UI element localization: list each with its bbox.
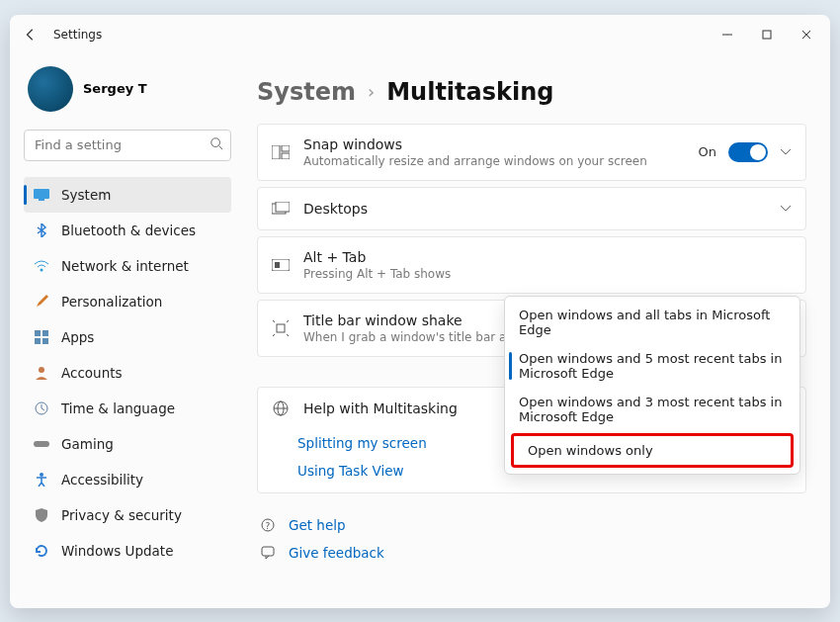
sidebar-item-label: Accounts [61,365,123,381]
maximize-button[interactable] [747,20,787,49]
titlebar: Settings [10,15,830,54]
sidebar-item-label: Apps [61,329,94,345]
chevron-down-icon[interactable] [780,205,792,213]
globe-icon [272,400,290,417]
snap-toggle[interactable] [728,142,768,162]
dropdown-option[interactable]: Open windows and all tabs in Microsoft E… [505,301,799,344]
sidebar-item-bluetooth[interactable]: Bluetooth & devices [24,213,231,248]
sidebar-item-label: Network & internet [61,258,189,274]
svg-rect-9 [35,338,41,344]
person-icon [34,365,49,381]
svg-point-11 [39,367,44,373]
svg-rect-4 [34,189,49,199]
footer-links: ? Get help Give feedback [257,511,806,567]
chevron-down-icon[interactable] [780,148,792,156]
dropdown-option-selected[interactable]: Open windows and 5 most recent tabs in M… [505,344,799,388]
feedback-icon [261,546,277,560]
alttab-dropdown: Open windows and all tabs in Microsoft E… [504,296,800,475]
content: System › Multitasking Snap windows Autom… [245,54,830,608]
settings-window: Settings Sergey T System [10,15,830,608]
svg-rect-1 [763,31,771,39]
alttab-icon [272,256,290,274]
sidebar-item-network[interactable]: Network & internet [24,248,231,284]
wifi-icon [34,258,49,274]
sidebar-item-privacy[interactable]: Privacy & security [24,497,231,533]
svg-rect-16 [282,145,290,151]
profile[interactable]: Sergey T [24,60,231,122]
svg-rect-7 [35,330,41,336]
close-button[interactable] [787,20,826,49]
link-label: Give feedback [289,545,384,561]
svg-rect-17 [282,153,290,159]
sidebar-item-personalization[interactable]: Personalization [24,284,231,319]
snap-windows-row[interactable]: Snap windows Automatically resize and ar… [257,124,806,181]
sidebar-item-time[interactable]: Time & language [24,391,231,426]
row-subtitle: Pressing Alt + Tab shows [303,267,792,281]
link-label: Get help [289,517,346,533]
sidebar-item-accessibility[interactable]: Accessibility [24,462,231,497]
svg-point-6 [41,268,43,271]
profile-name: Sergey T [83,81,147,96]
alt-tab-row[interactable]: Alt + Tab Pressing Alt + Tab shows [257,236,806,294]
update-icon [34,543,49,559]
toggle-state-label: On [699,144,716,159]
accessibility-icon [34,472,49,488]
sidebar: Sergey T System Bluetooth & devices [10,54,245,608]
svg-rect-20 [272,259,290,271]
svg-point-2 [211,137,220,146]
shield-icon [34,507,49,523]
sidebar-item-label: Personalization [61,294,162,310]
svg-point-14 [40,473,43,477]
search-box [24,130,231,161]
help-icon: ? [261,518,277,532]
sidebar-item-label: Privacy & security [61,507,182,523]
back-button[interactable] [14,18,47,51]
gaming-icon [34,436,49,452]
svg-rect-22 [277,324,285,332]
desktops-icon [272,200,290,218]
svg-rect-10 [42,338,48,344]
dropdown-option[interactable]: Open windows and 3 most recent tabs in M… [505,388,799,431]
shake-icon [272,319,290,337]
sidebar-item-update[interactable]: Windows Update [24,533,231,569]
snap-icon [272,143,290,161]
svg-rect-19 [276,202,290,212]
sidebar-item-label: Time & language [61,400,175,416]
sidebar-item-gaming[interactable]: Gaming [24,426,231,462]
row-title: Alt + Tab [303,249,792,265]
svg-line-3 [219,145,223,149]
svg-rect-5 [39,199,44,201]
breadcrumb: System › Multitasking [257,64,806,124]
row-title: Desktops [303,201,766,217]
sidebar-item-label: Windows Update [61,543,173,559]
search-icon [210,136,223,150]
svg-rect-13 [34,441,49,447]
svg-rect-8 [42,330,48,336]
desktops-row[interactable]: Desktops [257,187,806,230]
svg-text:?: ? [266,521,271,531]
bluetooth-icon [34,222,49,238]
apps-icon [34,329,49,345]
chevron-right-icon: › [368,81,375,102]
give-feedback-link[interactable]: Give feedback [257,539,806,567]
minimize-button[interactable] [708,20,747,49]
get-help-link[interactable]: ? Get help [257,511,806,539]
brush-icon [34,294,49,310]
avatar [28,66,73,112]
svg-rect-15 [272,145,280,159]
dropdown-option-highlighted[interactable]: Open windows only [511,433,794,468]
display-icon [34,187,49,203]
sidebar-item-apps[interactable]: Apps [24,319,231,355]
sidebar-item-label: Bluetooth & devices [61,222,196,238]
window-title: Settings [53,28,102,42]
nav: System Bluetooth & devices Network & int… [24,177,231,569]
sidebar-item-system[interactable]: System [24,177,231,213]
svg-rect-21 [275,262,280,268]
breadcrumb-parent[interactable]: System [257,78,356,106]
search-input[interactable] [24,130,231,161]
sidebar-item-label: System [61,187,111,203]
row-title: Snap windows [303,136,685,152]
sidebar-item-label: Gaming [61,436,114,452]
sidebar-item-label: Accessibility [61,472,143,488]
sidebar-item-accounts[interactable]: Accounts [24,355,231,391]
